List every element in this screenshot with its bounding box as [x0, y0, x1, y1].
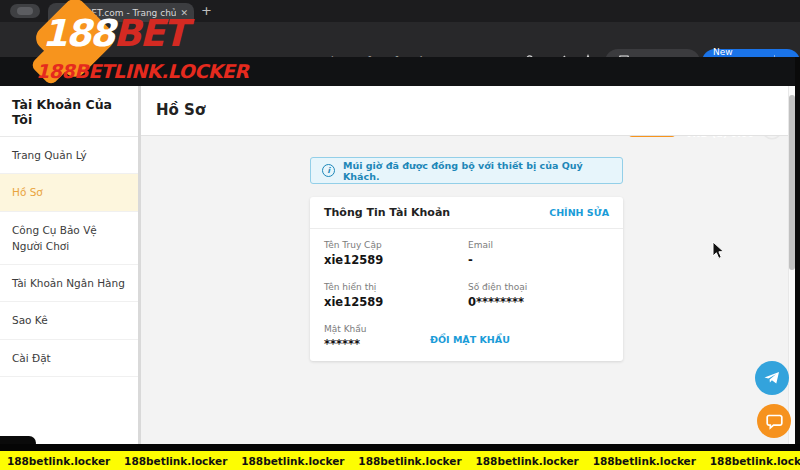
sidebar-scrollbar[interactable] [138, 86, 141, 444]
sidebar-item-cong-cu-bao-ve[interactable]: Công Cụ Bảo Vệ Người Chơi [0, 212, 138, 266]
field-value: xie12589 [324, 295, 468, 309]
watermark-footer-bar: 188betlink.locker 188betlink.locker 188b… [0, 451, 800, 470]
window-controls[interactable] [10, 4, 40, 18]
info-icon: i [322, 164, 335, 177]
field-value: - [468, 253, 493, 267]
field-value: ****** [324, 337, 404, 351]
field-label: Tên Truy Cập [324, 240, 468, 250]
change-password-link[interactable]: ĐỔI MẬT KHẨU [430, 334, 510, 351]
chat-icon [766, 413, 783, 430]
telegram-button[interactable] [755, 361, 789, 395]
field-value: xie12589 [324, 253, 468, 267]
mouse-cursor [712, 241, 725, 264]
notice-text: Múi giờ đã được đồng bộ với thiết bị của… [343, 160, 611, 182]
sidebar-item-sao-ke[interactable]: Sao Kê [0, 302, 138, 339]
page-header-band [141, 86, 788, 136]
watermark-footer-text: 188betlink.locker [710, 455, 800, 467]
watermark-logo: 188BET [42, 12, 186, 56]
timezone-notice: i Múi giờ đã được đồng bộ với thiết bị c… [310, 157, 623, 184]
watermark-footer-text: 188betlink.locker [593, 455, 696, 467]
chat-button[interactable] [757, 404, 791, 438]
field-username: Tên Truy Cập xie12589 [324, 240, 468, 267]
account-sidebar: Tài Khoản Của Tôi Trang Quản Lý Hồ Sơ Cô… [0, 86, 138, 444]
account-info-card: Thông Tin Tài Khoản CHỈNH SỬA Tên Truy C… [310, 197, 623, 361]
sidebar-item-tai-khoan-ngan-hang[interactable]: Tài Khoản Ngân Hàng [0, 265, 138, 302]
watermark-footer-text: 188betlink.locker [124, 455, 227, 467]
sidebar-title: Tài Khoản Của Tôi [0, 86, 138, 137]
watermark-tagline: 188BETLINK.LOCKER [36, 60, 248, 82]
page-title: Hồ Sơ [156, 101, 205, 119]
right-edge-strip [795, 57, 800, 451]
field-password: Mật Khẩu ****** [324, 324, 404, 351]
watermark-footer-text: 188betlink.locker [7, 455, 110, 467]
field-label: Tên hiển thị [324, 282, 468, 292]
footer-top-border [0, 444, 800, 451]
watermark-logo-word: BET [113, 12, 186, 55]
sidebar-item-cai-dat[interactable]: Cài Đặt [0, 340, 138, 377]
watermark-footer-text: 188betlink.locker [241, 455, 344, 467]
field-phone: Số điện thoại 0******** [468, 282, 527, 309]
sidebar-item-ho-so[interactable]: Hồ Sơ [0, 174, 138, 211]
sidebar-item-trang-quan-ly[interactable]: Trang Quản Lý [0, 137, 138, 174]
watermark-footer-text: 188betlink.locker [358, 455, 461, 467]
field-label: Số điện thoại [468, 282, 527, 292]
field-label: Email [468, 240, 493, 250]
browser-window: 188BET.com - Trang chủ chín ✕ + ← my-acc… [0, 0, 800, 470]
watermark-footer-text: 188betlink.locker [476, 455, 579, 467]
field-label: Mật Khẩu [324, 324, 404, 334]
field-email: Email - [468, 240, 493, 267]
watermark-logo-number: 188 [42, 12, 113, 55]
field-value: 0******** [468, 295, 527, 309]
telegram-icon [763, 369, 781, 387]
new-tab-button[interactable]: + [201, 4, 212, 18]
card-title: Thông Tin Tài Khoản [324, 206, 450, 219]
field-display-name: Tên hiển thị xie12589 [324, 282, 468, 309]
edit-link[interactable]: CHỈNH SỬA [549, 207, 609, 218]
window-controls-icon [17, 7, 33, 15]
